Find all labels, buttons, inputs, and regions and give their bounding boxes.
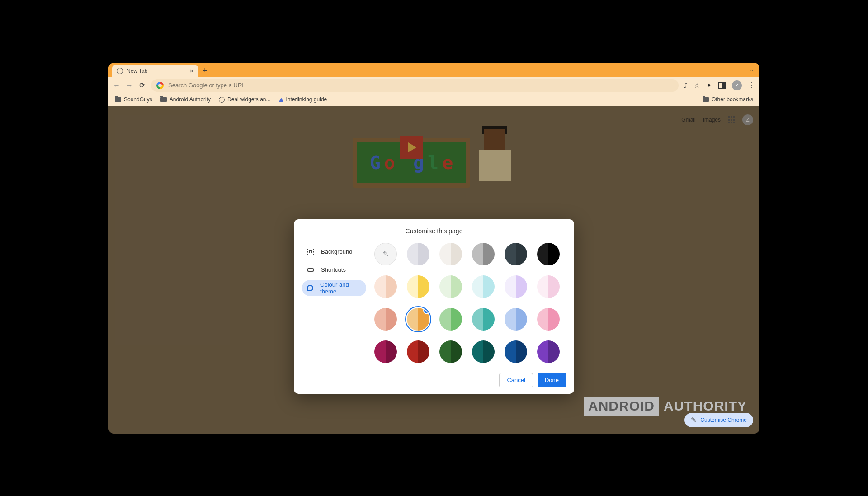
site-icon <box>279 98 283 102</box>
colour-swatch-grid: ✓ <box>374 243 565 363</box>
colour-swatch[interactable] <box>505 243 527 265</box>
toolbar: ← → ⟳ Search Google or type a URL Z ⋮ <box>108 77 760 94</box>
forward-button[interactable]: → <box>126 81 133 90</box>
background-icon <box>307 248 315 256</box>
colour-swatch[interactable] <box>472 340 495 363</box>
tab-title: New Tab <box>127 68 147 74</box>
sidebar-item-colour[interactable]: Colour and theme <box>302 280 366 296</box>
colour-swatch[interactable] <box>505 308 527 331</box>
dialog-main: ✓ <box>371 241 574 365</box>
profile-avatar[interactable]: Z <box>732 80 742 90</box>
colour-swatch[interactable] <box>505 275 527 298</box>
colour-swatch[interactable] <box>439 340 462 363</box>
dialog-actions: Cancel Done <box>294 365 574 387</box>
colour-swatch[interactable] <box>537 308 560 331</box>
sidebar-label: Background <box>321 248 352 255</box>
colour-swatch[interactable] <box>374 275 397 298</box>
link-icon <box>307 266 315 274</box>
colour-swatch[interactable] <box>407 275 429 298</box>
back-button[interactable]: ← <box>113 81 120 90</box>
folder-icon <box>703 97 709 102</box>
sidebar-label: Shortcuts <box>321 266 346 273</box>
bookmarks-bar: SoundGuysAndroid AuthorityDeal widgets a… <box>108 94 760 106</box>
bookmark-item[interactable]: SoundGuys <box>115 96 152 103</box>
colour-swatch[interactable] <box>537 340 560 363</box>
close-tab-icon[interactable]: × <box>190 67 193 75</box>
tab-new-tab[interactable]: New Tab × <box>112 65 198 77</box>
customise-label: Customise Chrome <box>700 417 747 423</box>
google-g-icon <box>156 82 164 89</box>
colour-swatch[interactable] <box>374 340 397 363</box>
colour-swatch[interactable] <box>439 275 462 298</box>
palette-icon <box>307 284 314 292</box>
colour-swatch[interactable] <box>407 243 429 265</box>
tab-strip: New Tab × + ⌄ <box>108 63 760 77</box>
cancel-button[interactable]: Cancel <box>499 373 533 387</box>
colour-swatch[interactable] <box>505 340 527 363</box>
bookmark-label: Deal widgets an... <box>227 96 270 103</box>
colour-swatch[interactable] <box>439 308 462 331</box>
globe-icon <box>219 97 225 103</box>
dialog-sidebar: Background Shortcuts Colour and theme <box>294 241 371 365</box>
menu-kebab-icon[interactable]: ⋮ <box>748 81 755 90</box>
sidebar-item-shortcuts[interactable]: Shortcuts <box>302 262 366 278</box>
reload-button[interactable]: ⟳ <box>138 81 146 90</box>
bookmark-item[interactable]: Deal widgets an... <box>219 96 270 103</box>
other-bookmarks[interactable]: Other bookmarks <box>703 96 753 103</box>
done-button[interactable]: Done <box>538 373 566 387</box>
side-panel-icon[interactable] <box>718 82 726 89</box>
divider-icon <box>698 96 698 103</box>
ntp-content: Gmail Images Z Go gle Customise this pag… <box>108 106 760 434</box>
customise-dialog: Customise this page Background Shortcuts… <box>294 219 574 394</box>
omnibox-placeholder: Search Google or type a URL <box>168 82 245 89</box>
tab-search-icon[interactable]: ⌄ <box>750 66 754 73</box>
colour-swatch-custom[interactable] <box>374 243 397 265</box>
colour-swatch[interactable] <box>537 275 560 298</box>
share-icon[interactable] <box>684 81 688 89</box>
browser-window: New Tab × + ⌄ ← → ⟳ Search Google or typ… <box>108 63 760 434</box>
other-bookmarks-label: Other bookmarks <box>712 96 753 103</box>
colour-swatch[interactable] <box>472 243 495 265</box>
bookmark-label: SoundGuys <box>124 96 152 103</box>
extensions-icon[interactable] <box>706 81 712 90</box>
bookmark-star-icon[interactable] <box>694 81 700 90</box>
colour-swatch[interactable] <box>472 308 495 331</box>
omnibox[interactable]: Search Google or type a URL <box>151 79 679 92</box>
bookmark-label: Android Authority <box>170 96 211 103</box>
pencil-icon <box>383 250 389 258</box>
colour-swatch[interactable] <box>537 243 560 265</box>
customise-chrome-button[interactable]: Customise Chrome <box>684 413 753 427</box>
colour-swatch[interactable] <box>374 308 397 331</box>
bookmark-item[interactable]: Interlinking guide <box>279 96 327 103</box>
sidebar-label: Colour and theme <box>320 281 362 295</box>
folder-icon <box>115 97 121 102</box>
tab-favicon-icon <box>117 68 123 74</box>
colour-swatch[interactable] <box>439 243 462 265</box>
pencil-icon <box>691 416 697 424</box>
colour-swatch[interactable] <box>407 340 429 363</box>
toolbar-actions: Z ⋮ <box>684 80 755 90</box>
new-tab-button[interactable]: + <box>203 65 208 77</box>
bookmark-label: Interlinking guide <box>286 96 327 103</box>
colour-swatch[interactable] <box>472 275 495 298</box>
dialog-title: Customise this page <box>294 219 574 241</box>
sidebar-item-background[interactable]: Background <box>302 244 366 260</box>
bookmark-item[interactable]: Android Authority <box>160 96 211 103</box>
folder-icon <box>160 97 167 102</box>
colour-swatch[interactable]: ✓ <box>407 308 429 331</box>
